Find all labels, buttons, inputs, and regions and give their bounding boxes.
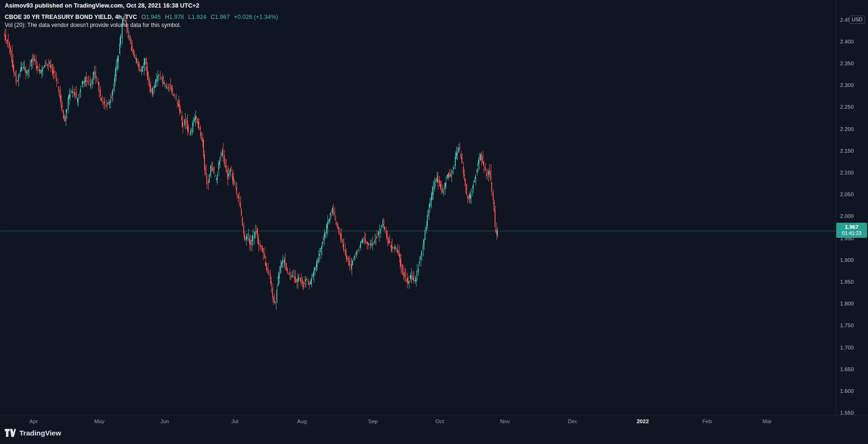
last-price-line <box>0 231 836 231</box>
symbol-title[interactable]: CBOE 30 YR TREASURY BOND YIELD, 4h, TVC <box>5 14 137 20</box>
price-tick-label: 2.000 <box>840 213 854 219</box>
price-tick-label: 2.150 <box>840 148 854 154</box>
time-tick-label: Mar <box>762 418 772 424</box>
currency-badge[interactable]: USD <box>849 16 865 24</box>
price-tick-label: 2.250 <box>840 104 854 110</box>
price-tick-label: 2.200 <box>840 126 854 132</box>
legend-row-main: CBOE 30 YR TREASURY BOND YIELD, 4h, TVCO… <box>5 13 278 21</box>
time-tick-label: Sep <box>368 418 378 424</box>
time-tick-label: Oct <box>435 418 444 424</box>
indicator-message: : The data vendor doesn't provide volume… <box>24 22 181 28</box>
price-tick-label: 1.700 <box>840 345 854 350</box>
price-axis[interactable]: 1.5501.6001.6501.7001.7501.8001.8501.900… <box>836 0 868 415</box>
legend-row-indicator: Vol (20): The data vendor doesn't provid… <box>5 21 278 29</box>
time-tick-label: May <box>94 418 105 424</box>
last-price-badge: 1.967 01:41:23 <box>836 223 867 238</box>
ohlc-open-value: 1.945 <box>146 14 160 20</box>
ohlc-open-key: O <box>141 14 146 20</box>
price-tick-label: 1.800 <box>840 301 854 306</box>
time-tick-label: Feb <box>702 418 712 424</box>
ohlc-close-value: 1.967 <box>215 14 230 20</box>
price-tick-label: 2.400 <box>840 39 854 44</box>
change-value: +0.026 (+1.34%) <box>234 14 278 20</box>
price-tick-label: 1.750 <box>840 322 854 328</box>
bar-countdown: 01:41:23 <box>836 230 867 236</box>
chart-plot-area[interactable]: CBOE 30 YR TREASURY BOND YIELD, 4h, TVCO… <box>0 0 836 415</box>
last-price-value: 1.967 <box>836 224 867 230</box>
tradingview-published-chart: { "meta": { "attribution": "Asimov93 pub… <box>0 0 868 444</box>
indicator-label[interactable]: Vol (20) <box>5 22 24 28</box>
time-tick-label: Dec <box>568 418 577 424</box>
ohlc-low-value: 1.924 <box>192 14 206 20</box>
price-tick-label: 1.900 <box>840 257 854 263</box>
ohlc-low: L1.924 <box>188 14 206 20</box>
price-tick-label: 2.100 <box>840 170 854 175</box>
time-tick-label: Jul <box>231 418 239 424</box>
tradingview-branding[interactable]: TradingView <box>5 429 61 437</box>
ohlc-open: O1.945 <box>141 14 160 20</box>
price-tick-label: 2.300 <box>840 82 854 88</box>
price-tick-label: 1.600 <box>840 388 854 394</box>
price-tick-label: 1.650 <box>840 366 854 372</box>
time-tick-label: 2022 <box>637 418 649 424</box>
time-tick-label: Apr <box>29 418 38 424</box>
ohlc-close-key: C <box>211 14 215 20</box>
time-tick-label: Aug <box>297 418 307 424</box>
chart-canvas[interactable] <box>0 0 836 415</box>
ohlc-high-value: 1.978 <box>169 14 184 20</box>
ohlc-high: H1.978 <box>165 14 184 20</box>
ohlc-close: C1.967 <box>211 14 230 20</box>
time-tick-label: Jun <box>160 418 169 424</box>
ohlc-low-key: L <box>188 14 192 20</box>
time-tick-label: Nov <box>500 418 510 424</box>
tradingview-logo-icon <box>5 429 16 437</box>
price-tick-label: 2.350 <box>840 61 854 66</box>
tradingview-brand-text: TradingView <box>19 429 61 437</box>
price-tick-label: 1.850 <box>840 279 854 285</box>
price-tick-label: 2.050 <box>840 192 854 197</box>
ohlc-high-key: H <box>165 14 169 20</box>
time-axis[interactable]: AprMayJunJulAugSepOctNovDec2022FebMar <box>0 415 868 428</box>
symbol-legend: CBOE 30 YR TREASURY BOND YIELD, 4h, TVCO… <box>5 13 278 29</box>
